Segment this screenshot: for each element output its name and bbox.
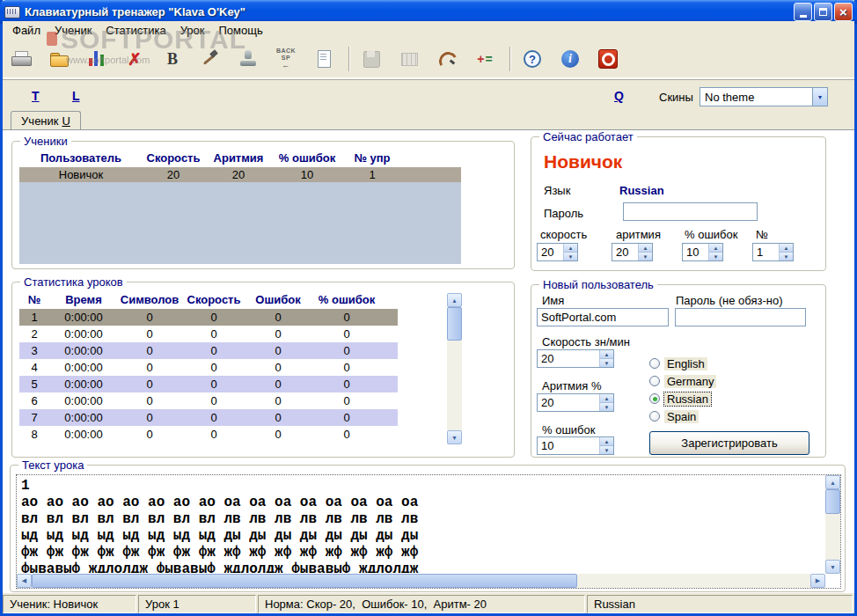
cell: 1 bbox=[341, 167, 403, 182]
print-button[interactable] bbox=[6, 45, 36, 74]
l-shortcut-button[interactable]: L bbox=[72, 89, 80, 103]
new-user-name-input[interactable] bbox=[537, 308, 669, 326]
new-user-speed-spinner[interactable] bbox=[537, 349, 614, 368]
bold-button[interactable] bbox=[157, 45, 187, 74]
cell: 0 bbox=[118, 392, 181, 409]
table-row[interactable]: 10:00:000000 bbox=[19, 309, 398, 326]
lesson-text-area[interactable]: 1 ао ао ао ао ао ао ао ао оа оа оа оа оа… bbox=[16, 474, 841, 589]
menu-item-statistics[interactable]: Статистика bbox=[99, 22, 172, 39]
menu-item-file[interactable]: Файл bbox=[5, 22, 48, 39]
stamp-button[interactable] bbox=[233, 45, 263, 74]
cell: 10 bbox=[273, 167, 341, 182]
title-bar: Клавиатурный тренажер "Klava O'Key" × bbox=[0, 0, 857, 24]
cell: 4 bbox=[19, 359, 49, 376]
spin-down-icon[interactable] bbox=[564, 253, 577, 260]
radio-germany[interactable]: Germany bbox=[649, 374, 716, 388]
scroll-thumb[interactable] bbox=[447, 307, 462, 341]
table-row[interactable]: 70:00:000000 bbox=[19, 409, 398, 426]
stats-scrollbar[interactable] bbox=[447, 293, 462, 444]
spin-down-icon[interactable] bbox=[639, 253, 652, 260]
current-errors-spinner[interactable] bbox=[682, 243, 723, 261]
page-button[interactable] bbox=[309, 45, 339, 74]
q-shortcut-button[interactable]: Q bbox=[614, 89, 624, 103]
tab-student[interactable]: Ученик U bbox=[11, 111, 81, 129]
chevron-down-icon[interactable] bbox=[812, 88, 827, 106]
spin-up-icon[interactable] bbox=[780, 244, 793, 253]
open-button[interactable] bbox=[44, 45, 74, 74]
maximize-button[interactable] bbox=[814, 3, 832, 21]
students-table[interactable]: Новичок 20 20 10 1 bbox=[19, 167, 461, 264]
new-user-errors-spinner[interactable] bbox=[537, 436, 614, 455]
statistics-button[interactable] bbox=[82, 45, 112, 74]
exit-button[interactable] bbox=[593, 45, 623, 74]
scroll-thumb[interactable] bbox=[32, 574, 577, 588]
scroll-left-icon[interactable] bbox=[17, 574, 32, 588]
cell: 0 bbox=[310, 326, 384, 342]
scroll-thumb[interactable] bbox=[825, 489, 840, 514]
spin-down-icon[interactable] bbox=[600, 446, 613, 454]
radio-russian[interactable]: Russian bbox=[649, 392, 711, 406]
table-row[interactable]: 80:00:000000 bbox=[19, 426, 398, 443]
spin-down-icon[interactable] bbox=[600, 403, 613, 411]
arrhythmia-pct-label: Аритмия % bbox=[542, 379, 602, 392]
table-row[interactable]: 40:00:000000 bbox=[19, 359, 398, 376]
spin-up-icon[interactable] bbox=[639, 244, 652, 253]
counters-button[interactable] bbox=[470, 45, 500, 74]
spin-up-icon[interactable] bbox=[564, 244, 577, 253]
table-row[interactable]: 20:00:000000 bbox=[19, 326, 398, 342]
spinner-input[interactable] bbox=[538, 394, 599, 411]
t-shortcut-button[interactable]: T bbox=[32, 89, 40, 103]
theme-combobox[interactable]: No theme bbox=[700, 87, 828, 106]
register-button[interactable]: Зарегистрировать bbox=[649, 431, 809, 455]
spin-up-icon[interactable] bbox=[600, 350, 613, 359]
minimize-button[interactable] bbox=[794, 3, 812, 21]
radio-spain[interactable]: Spain bbox=[649, 409, 699, 423]
spin-up-icon[interactable] bbox=[600, 394, 613, 403]
delete-button[interactable] bbox=[120, 45, 150, 74]
spinner-input[interactable] bbox=[753, 244, 779, 260]
spin-down-icon[interactable] bbox=[709, 253, 722, 260]
current-password-input[interactable] bbox=[623, 202, 758, 221]
spin-up-icon[interactable] bbox=[600, 437, 613, 446]
spinner-input[interactable] bbox=[538, 244, 563, 260]
scroll-up-icon[interactable] bbox=[447, 293, 462, 307]
radio-english[interactable]: English bbox=[649, 356, 707, 370]
table-row[interactable]: Новичок 20 20 10 1 bbox=[19, 167, 461, 182]
cell: 6 bbox=[19, 392, 49, 409]
table-row[interactable]: 30:00:000000 bbox=[19, 342, 398, 359]
new-user-password-input[interactable] bbox=[675, 308, 806, 326]
current-exercise-spinner[interactable] bbox=[752, 243, 794, 261]
info-icon bbox=[561, 50, 579, 68]
table-button[interactable] bbox=[394, 45, 424, 74]
help-button[interactable] bbox=[517, 45, 547, 74]
spin-down-icon[interactable] bbox=[780, 253, 793, 260]
spinner-input[interactable] bbox=[538, 437, 599, 454]
scroll-right-icon[interactable] bbox=[810, 574, 825, 588]
menu-item-student[interactable]: Ученик bbox=[48, 22, 99, 39]
lesson-horizontal-scrollbar[interactable] bbox=[17, 574, 825, 588]
scroll-down-icon[interactable] bbox=[447, 430, 462, 444]
spin-down-icon[interactable] bbox=[600, 359, 613, 367]
current-speed-spinner[interactable] bbox=[537, 243, 578, 261]
table-row[interactable]: 60:00:000000 bbox=[19, 392, 398, 409]
scroll-down-icon[interactable] bbox=[825, 560, 840, 574]
spinner-input[interactable] bbox=[612, 244, 638, 260]
save-button[interactable] bbox=[356, 45, 386, 74]
tools-button[interactable] bbox=[195, 45, 225, 74]
arrhythmia-label: аритмия bbox=[616, 228, 661, 241]
spinner-input[interactable] bbox=[538, 350, 599, 367]
spin-up-icon[interactable] bbox=[709, 244, 722, 253]
current-arrhythmia-spinner[interactable] bbox=[612, 243, 653, 261]
training-button[interactable] bbox=[432, 45, 462, 74]
spinner-input[interactable] bbox=[683, 244, 708, 260]
backspace-button[interactable]: BACKSP bbox=[271, 45, 301, 74]
stats-table[interactable]: 10:00:000000 20:00:000000 30:00:000000 4… bbox=[19, 309, 398, 443]
close-button[interactable]: × bbox=[834, 3, 853, 21]
scroll-up-icon[interactable] bbox=[825, 475, 840, 489]
menu-item-lesson[interactable]: Урок bbox=[173, 22, 212, 39]
menu-item-help[interactable]: Помощь bbox=[211, 22, 269, 39]
about-button[interactable] bbox=[555, 45, 585, 74]
lesson-vertical-scrollbar[interactable] bbox=[825, 475, 840, 574]
new-user-arrhythmia-spinner[interactable] bbox=[537, 393, 614, 412]
table-row[interactable]: 50:00:000000 bbox=[19, 376, 398, 392]
